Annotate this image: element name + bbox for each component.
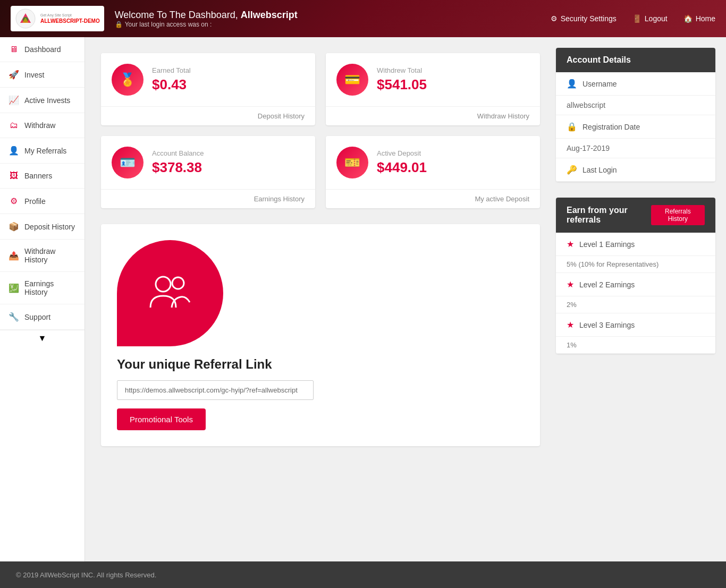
referral-level-row-2: ★Level 3 Earnings <box>556 313 715 337</box>
referral-section: Your unique Referral Link https://demos.… <box>101 224 540 446</box>
home-icon: 🏠 <box>683 14 693 23</box>
logo-icon <box>15 8 36 29</box>
account-details-card: Account Details 👤 Username allwebscript … <box>556 48 715 182</box>
sidebar-item-label: Deposit History <box>24 223 75 231</box>
svg-point-4 <box>156 277 171 292</box>
sidebar-scroll-down[interactable]: ▼ <box>0 330 85 346</box>
stat-value-0: $0.43 <box>152 76 305 93</box>
sidebar-icon: 💹 <box>9 283 19 293</box>
username-row: 👤 Username <box>556 72 715 96</box>
sidebar-item-label: Support <box>24 313 50 321</box>
sidebar-icon: 🔧 <box>9 312 19 322</box>
content-left: 🏅 Earned Total $0.43 Deposit History 💳 W… <box>85 37 556 561</box>
referral-icon-container <box>117 240 223 346</box>
stat-info-2: Account Balance $378.38 <box>152 149 305 176</box>
sidebar-icon: 🖼 <box>9 171 19 181</box>
footer-text: © 2019 AllWebScript INC. All rights Rese… <box>16 571 156 579</box>
user-icon: 👤 <box>567 79 577 89</box>
key-icon: 🔑 <box>567 165 577 175</box>
stat-value-1: $541.05 <box>377 76 529 93</box>
sidebar-icon: 📈 <box>9 95 19 105</box>
svg-point-5 <box>172 277 184 289</box>
logo-container: Get Any Site Script ALLWEBSCRIPT-DEMO <box>11 6 104 31</box>
logout-link[interactable]: 🚪 Logout <box>632 14 668 23</box>
stat-footer-3[interactable]: My active Deposit <box>326 189 540 208</box>
stat-label-3: Active Deposit <box>377 149 529 157</box>
sidebar-item-withdraw[interactable]: 🗂Withdraw <box>0 113 85 138</box>
last-login-row: 🔑 Last Login <box>556 158 715 182</box>
chevron-down-icon: ▼ <box>38 334 47 343</box>
sidebar-icon: ⚙ <box>9 196 19 206</box>
stat-info-3: Active Deposit $449.01 <box>377 149 529 176</box>
stat-footer-2[interactable]: Earnings History <box>101 189 315 208</box>
stat-card-0: 🏅 Earned Total $0.43 Deposit History <box>101 53 315 125</box>
promotional-tools-button[interactable]: Promotional Tools <box>117 408 206 430</box>
sidebar-item-my-referrals[interactable]: 👤My Referrals <box>0 138 85 164</box>
stat-icon-1: 💳 <box>336 64 368 96</box>
sidebar-item-support[interactable]: 🔧Support <box>0 304 85 330</box>
sidebar-item-label: Profile <box>24 197 46 206</box>
referral-level-row-1: ★Level 2 Earnings <box>556 273 715 296</box>
sidebar-icon: 🗂 <box>9 121 19 130</box>
referrals-title: Earn from your referrals <box>567 206 651 225</box>
stat-value-3: $449.01 <box>377 159 529 176</box>
sidebar-item-earnings-history[interactable]: 💹Earnings History <box>0 272 85 304</box>
stat-card-3: 🎫 Active Deposit $449.01 My active Depos… <box>326 136 540 208</box>
referrals-header: Earn from your referrals Referrals Histo… <box>556 198 715 233</box>
last-login-text: 🔒 Your last login access was on : <box>115 21 551 28</box>
stat-label-0: Earned Total <box>152 66 305 74</box>
star-icon-2: ★ <box>567 320 574 330</box>
stat-footer-0[interactable]: Deposit History <box>101 106 315 125</box>
stat-card-2: 🪪 Account Balance $378.38 Earnings Histo… <box>101 136 315 208</box>
username-label: Username <box>583 80 617 88</box>
security-settings-link[interactable]: ⚙ Security Settings <box>551 14 617 23</box>
main-layout: 🖥Dashboard🚀Invest📈Active Invests🗂Withdra… <box>0 37 726 561</box>
stat-label-1: Withdrew Total <box>377 66 529 74</box>
gear-icon: ⚙ <box>551 14 558 23</box>
home-link[interactable]: 🏠 Home <box>683 14 715 23</box>
sidebar-item-active-invests[interactable]: 📈Active Invests <box>0 88 85 113</box>
referrals-card: Earn from your referrals Referrals Histo… <box>556 198 715 354</box>
username-value: allwebscript <box>556 96 715 115</box>
logo-text: Get Any Site Script ALLWEBSCRIPT-DEMO <box>40 13 100 25</box>
right-panel: Account Details 👤 Username allwebscript … <box>556 37 726 561</box>
welcome-title: Welcome To The Dashboard, Allwebscript <box>115 10 551 21</box>
stat-icon-2: 🪪 <box>112 147 143 178</box>
stat-label-2: Account Balance <box>152 149 305 157</box>
sidebar: 🖥Dashboard🚀Invest📈Active Invests🗂Withdra… <box>0 37 85 561</box>
sidebar-item-label: Banners <box>24 172 52 180</box>
sidebar-icon: 👤 <box>9 146 19 156</box>
sidebar-item-invest[interactable]: 🚀Invest <box>0 62 85 88</box>
sidebar-item-label: Dashboard <box>24 45 61 54</box>
level-label-2: Level 3 Earnings <box>579 321 635 329</box>
sidebar-item-label: Invest <box>24 71 44 79</box>
referral-pct-0: 5% (10% for Representatives) <box>556 256 715 273</box>
stat-info-0: Earned Total $0.43 <box>152 66 305 93</box>
reg-date-label: Registration Date <box>583 123 640 131</box>
star-icon-1: ★ <box>567 279 574 289</box>
sidebar-icon: 🚀 <box>9 70 19 80</box>
sidebar-item-dashboard[interactable]: 🖥Dashboard <box>0 37 85 62</box>
content-area: 🏅 Earned Total $0.43 Deposit History 💳 W… <box>85 37 726 561</box>
account-details-header: Account Details <box>556 48 715 72</box>
sidebar-item-label: My Referrals <box>24 147 66 155</box>
sidebar-item-profile[interactable]: ⚙Profile <box>0 189 85 214</box>
sidebar-icon: 📦 <box>9 221 19 232</box>
sidebar-item-deposit-history[interactable]: 📦Deposit History <box>0 214 85 240</box>
referrals-history-button[interactable]: Referrals History <box>651 205 705 225</box>
sidebar-item-withdraw-history[interactable]: 📤Withdraw History <box>0 240 85 272</box>
sidebar-item-banners[interactable]: 🖼Banners <box>0 164 85 189</box>
referral-levels: ★Level 1 Earnings5% (10% for Representat… <box>556 233 715 354</box>
sidebar-icon: 🖥 <box>9 45 19 54</box>
stat-icon-3: 🎫 <box>336 147 368 178</box>
star-icon-0: ★ <box>567 239 574 249</box>
referral-link-box[interactable]: https://demos.allwebscript.com/gc-hyip/?… <box>117 380 314 400</box>
sidebar-item-label: Withdraw History <box>24 247 76 264</box>
sidebar-item-label: Earnings History <box>24 279 76 296</box>
stat-card-1: 💳 Withdrew Total $541.05 Withdraw Histor… <box>326 53 540 125</box>
stat-footer-1[interactable]: Withdraw History <box>326 106 540 125</box>
reg-date-row: 🔒 Registration Date <box>556 115 715 139</box>
level-label-0: Level 1 Earnings <box>579 240 635 249</box>
referral-level-row-0: ★Level 1 Earnings <box>556 233 715 256</box>
referral-pct-1: 2% <box>556 296 715 313</box>
